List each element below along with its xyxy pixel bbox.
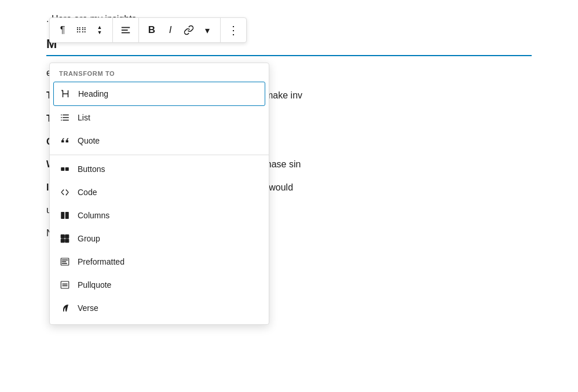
svg-rect-14 — [61, 235, 64, 238]
svg-rect-8 — [61, 120, 62, 121]
transform-item-code[interactable]: Code — [50, 181, 269, 204]
heading-icon — [60, 88, 71, 100]
svg-rect-16 — [61, 239, 64, 243]
chevron-expand-icon: ▾ — [205, 25, 210, 36]
dropdown-divider-1 — [50, 155, 269, 155]
chevron-down-icon: ▼ — [97, 30, 103, 35]
toolbar-options-group: ⋮ — [221, 18, 246, 42]
svg-rect-0 — [122, 27, 130, 28]
toolbar-align-group — [113, 18, 139, 42]
code-item-label: Code — [78, 188, 97, 197]
arrows-button[interactable]: ▲ ▼ — [90, 21, 109, 39]
group-icon — [59, 233, 71, 244]
transform-item-columns[interactable]: Columns — [50, 204, 269, 227]
svg-rect-19 — [62, 259, 68, 261]
transform-item-heading[interactable]: Heading — [53, 82, 265, 106]
transform-item-group[interactable]: Group — [50, 227, 269, 250]
more-options-icon: ⋮ — [228, 24, 239, 36]
svg-rect-1 — [122, 30, 128, 31]
buttons-icon — [59, 163, 71, 175]
transform-dropdown: TRANSFORM TO Heading List — [49, 63, 269, 325]
columns-item-label: Columns — [78, 211, 109, 220]
svg-rect-11 — [65, 167, 69, 171]
preformatted-item-label: Preformatted — [78, 257, 125, 266]
svg-rect-2 — [122, 32, 130, 34]
svg-rect-23 — [63, 284, 68, 285]
preformatted-icon — [59, 256, 71, 268]
svg-rect-15 — [65, 235, 69, 238]
svg-rect-12 — [61, 212, 64, 219]
move-button[interactable]: ⠿⠿ — [72, 21, 90, 39]
transform-item-quote[interactable]: Quote — [50, 129, 269, 152]
link-button[interactable] — [180, 21, 198, 39]
svg-rect-7 — [63, 117, 69, 118]
svg-rect-20 — [62, 261, 67, 262]
svg-rect-22 — [61, 281, 69, 288]
pullquote-icon — [59, 279, 71, 291]
quote-icon — [59, 135, 71, 146]
paragraph-type-button[interactable]: ¶ — [53, 21, 72, 39]
svg-rect-6 — [61, 117, 62, 118]
italic-button[interactable]: I — [161, 21, 180, 39]
toolbar-format-group: B I ▾ — [139, 18, 221, 42]
transform-item-list[interactable]: List — [50, 106, 269, 129]
list-item-label: List — [78, 113, 90, 122]
label-i: I — [46, 182, 49, 192]
svg-rect-5 — [63, 115, 69, 116]
svg-rect-17 — [65, 239, 69, 243]
group-item-label: Group — [78, 234, 100, 243]
verse-icon — [59, 302, 71, 314]
more-formatting-button[interactable]: ▾ — [198, 21, 217, 39]
pullquote-item-label: Pullquote — [78, 280, 111, 290]
verse-item-label: Verse — [78, 303, 98, 313]
svg-rect-3 — [61, 90, 63, 91]
code-icon — [59, 186, 71, 198]
svg-rect-10 — [61, 167, 64, 171]
list-icon — [59, 112, 71, 123]
quote-item-label: Quote — [78, 136, 100, 145]
columns-icon — [59, 210, 71, 221]
svg-rect-13 — [65, 212, 69, 219]
svg-rect-24 — [63, 285, 68, 287]
align-button[interactable] — [116, 21, 135, 39]
svg-rect-21 — [62, 263, 67, 264]
svg-rect-9 — [63, 120, 69, 121]
transform-item-verse[interactable]: Verse — [50, 296, 269, 320]
bold-button[interactable]: B — [142, 21, 161, 39]
paragraph-icon: ¶ — [60, 25, 65, 35]
transform-item-buttons[interactable]: Buttons — [50, 157, 269, 181]
heading-item-label: Heading — [78, 89, 108, 98]
transform-item-preformatted[interactable]: Preformatted — [50, 250, 269, 273]
block-toolbar: ¶ ⠿⠿ ▲ ▼ B I ▾ — [49, 17, 247, 43]
toolbar-block-group: ¶ ⠿⠿ ▲ ▼ — [50, 18, 113, 42]
transform-item-pullquote[interactable]: Pullquote — [50, 273, 269, 296]
link-icon — [184, 25, 194, 35]
move-icon: ⠿⠿ — [76, 26, 86, 35]
svg-rect-4 — [61, 115, 62, 116]
buttons-item-label: Buttons — [78, 164, 105, 174]
align-icon — [120, 25, 131, 35]
chevron-group: ▲ ▼ — [97, 25, 103, 35]
options-button[interactable]: ⋮ — [224, 21, 243, 39]
transform-label: TRANSFORM TO — [50, 63, 269, 82]
